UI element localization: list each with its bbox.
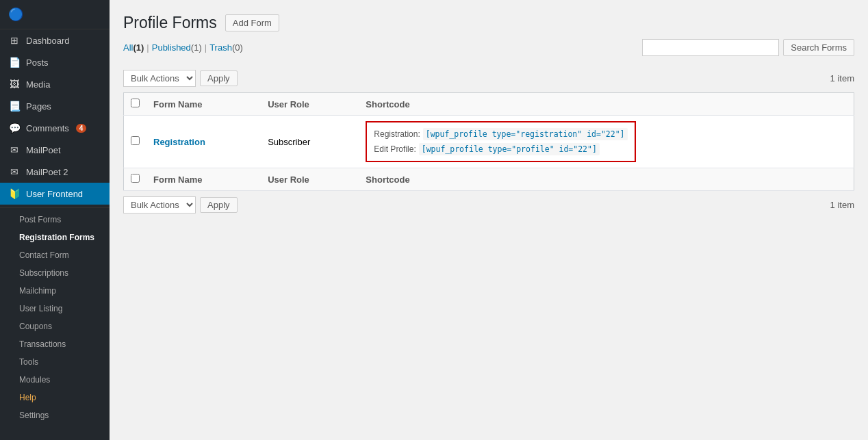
search-forms-button[interactable]: Search Forms [783,39,854,56]
user-frontend-icon: 🔰 [8,188,21,199]
sidebar-item-modules[interactable]: Modules [0,371,110,389]
sidebar-item-mailchimp[interactable]: Mailchimp [0,282,110,300]
sidebar-item-subscriptions[interactable]: Subscriptions [0,264,110,282]
search-area: Search Forms [642,39,854,56]
forms-table: Form Name User Role Shortcode Registrati… [123,92,854,191]
sidebar-brand: 🔵 [0,0,110,29]
shortcode-registration-line: Registration: [wpuf_profile type="regist… [374,128,627,140]
mailpoet-icon: ✉ [8,144,21,155]
pages-icon: 📃 [8,101,21,112]
header-shortcode: Shortcode [359,93,854,116]
bottom-table-controls: Bulk Actions Apply 1 item [123,196,854,213]
dashboard-icon: ⊞ [8,35,21,46]
footer-checkbox-col [124,168,147,191]
table-footer-row: Form Name User Role Shortcode [124,168,854,191]
posts-icon: 📄 [8,57,21,68]
filter-published[interactable]: Published [152,42,191,53]
sidebar-item-label: Pages [26,101,51,112]
sidebar-item-label: User Frontend [26,189,83,199]
page-title: Profile Forms [123,14,217,32]
shortcode-edit-line: Edit Profile: [wpuf_profile type="profil… [374,143,627,155]
top-table-controls: Bulk Actions Apply 1 item [123,70,854,87]
sidebar-item-pages[interactable]: 📃 Pages [0,95,110,117]
sidebar-divider [0,207,110,208]
search-input[interactable] [642,39,779,56]
footer-shortcode: Shortcode [359,168,854,191]
sidebar-item-label: Comments [26,123,69,133]
sidebar-item-label: Dashboard [26,36,70,46]
sidebar-item-comments[interactable]: 💬 Comments 4 [0,117,110,139]
sidebar-item-mailpoet[interactable]: ✉ MailPoet [0,139,110,161]
comments-badge: 4 [76,124,87,133]
bulk-actions-top-select[interactable]: Bulk Actions [123,70,196,87]
table-row: Registration Subscriber Registration: [w… [124,116,854,168]
sidebar-item-label: MailPoet [26,145,61,155]
filter-links: All (1) | Published (1) | Trash (0) [123,42,243,53]
apply-bottom-button[interactable]: Apply [200,197,238,213]
select-all-footer-checkbox[interactable] [131,174,140,183]
wp-icon: 🔵 [8,7,23,22]
footer-form-name: Form Name [146,168,261,191]
sidebar-item-user-listing[interactable]: User Listing [0,300,110,318]
filter-published-count: (1) [191,42,202,53]
items-count-top: 1 item [830,73,854,83]
row-checkbox[interactable] [131,136,140,145]
row-form-name-cell: Registration [146,116,261,168]
row-user-role-cell: Subscriber [261,116,359,168]
sidebar-item-posts[interactable]: 📄 Posts [0,51,110,73]
bulk-actions-bottom-select[interactable]: Bulk Actions [123,196,196,213]
shortcode-edit-label: Edit Profile: [374,144,416,154]
header-user-role: User Role [261,93,359,116]
sidebar-item-help[interactable]: Help [0,389,110,406]
header-checkbox-col [124,93,147,116]
row-shortcode-cell: Registration: [wpuf_profile type="regist… [359,116,854,168]
mailpoet2-icon: ✉ [8,166,21,177]
sidebar-item-label: MailPoet 2 [26,167,68,177]
sidebar-item-tools[interactable]: Tools [0,353,110,371]
filter-all[interactable]: All [123,42,133,53]
apply-top-button[interactable]: Apply [200,70,238,86]
form-name-link[interactable]: Registration [153,137,205,147]
table-header-row: Form Name User Role Shortcode [124,93,854,116]
filter-all-count: (1) [133,42,144,53]
sidebar-item-coupons[interactable]: Coupons [0,318,110,335]
sidebar-item-contact-form[interactable]: Contact Form [0,246,110,264]
items-count-bottom: 1 item [830,200,854,210]
sidebar-item-label: Posts [26,57,49,68]
filter-trash-count: (0) [232,42,243,53]
main-content: Profile Forms Add Form All (1) | Publish… [110,0,868,440]
row-checkbox-col [124,116,147,168]
sidebar-item-transactions[interactable]: Transactions [0,335,110,353]
sidebar-item-post-forms[interactable]: Post Forms [0,211,110,229]
header-form-name: Form Name [146,93,261,116]
sidebar-item-settings[interactable]: Settings [0,406,110,424]
shortcode-registration-label: Registration: [374,129,420,139]
sidebar-item-label: Media [26,79,50,90]
sidebar-item-media[interactable]: 🖼 Media [0,73,110,95]
add-form-button[interactable]: Add Form [225,14,279,31]
footer-user-role: User Role [261,168,359,191]
filter-trash[interactable]: Trash [209,42,232,53]
shortcode-edit-value[interactable]: [wpuf_profile type="profile" id="22"] [419,143,600,155]
shortcode-box: Registration: [wpuf_profile type="regist… [366,121,635,162]
select-all-checkbox[interactable] [131,99,140,107]
sidebar-item-dashboard[interactable]: ⊞ Dashboard [0,29,110,51]
shortcode-registration-value[interactable]: [wpuf_profile type="registration" id="22… [423,128,628,140]
media-icon: 🖼 [8,79,21,90]
sidebar-item-user-frontend[interactable]: 🔰 User Frontend [0,183,110,205]
sidebar-item-registration-forms[interactable]: Registration Forms [0,229,110,246]
page-header: Profile Forms Add Form [123,14,854,32]
sidebar-item-mailpoet2[interactable]: ✉ MailPoet 2 [0,161,110,183]
sidebar: 🔵 ⊞ Dashboard 📄 Posts 🖼 Media 📃 Pages 💬 … [0,0,110,440]
comments-icon: 💬 [8,122,21,133]
